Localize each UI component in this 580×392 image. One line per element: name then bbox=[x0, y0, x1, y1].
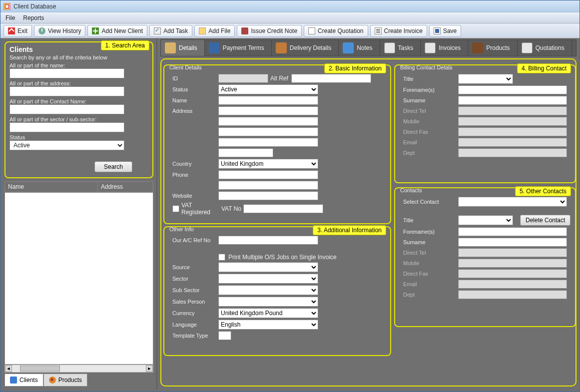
con-surname-input[interactable] bbox=[458, 238, 567, 247]
altref-input[interactable] bbox=[291, 74, 371, 83]
add-client-label: Add New Client bbox=[101, 27, 143, 34]
create-quote-button[interactable]: Create Quotation bbox=[304, 25, 368, 37]
col-name[interactable]: Name bbox=[5, 182, 98, 192]
tab-tasks[interactable]: Tasks bbox=[380, 40, 421, 56]
bill-forenames-input[interactable] bbox=[458, 85, 567, 94]
vat-registered-checkbox[interactable] bbox=[172, 205, 179, 212]
add-file-label: Add File bbox=[208, 27, 230, 34]
subsector-select[interactable] bbox=[218, 285, 318, 295]
search-contact-input[interactable] bbox=[9, 104, 124, 114]
source-select[interactable] bbox=[218, 262, 318, 272]
scroll-left-arrow[interactable]: ◄ bbox=[5, 365, 12, 372]
status-select[interactable]: Active bbox=[218, 84, 318, 94]
menu-bar: File Reports bbox=[0, 12, 580, 23]
tab-clients[interactable]: Clients bbox=[4, 374, 43, 387]
bill-surname-input[interactable] bbox=[458, 96, 567, 105]
tab-delivery-details[interactable]: Delivery Details bbox=[272, 40, 339, 56]
label-print-multi: Print Multiple O/S Jobs on Single Invoic… bbox=[228, 254, 337, 261]
credit-note-icon bbox=[241, 27, 248, 34]
sector-select[interactable] bbox=[218, 274, 318, 284]
website-input[interactable] bbox=[218, 191, 318, 200]
col-address[interactable]: Address bbox=[98, 182, 126, 192]
label-country: Country bbox=[168, 161, 218, 167]
address4-input[interactable] bbox=[218, 138, 318, 147]
save-button[interactable]: Save bbox=[429, 25, 461, 37]
con-forenames-input[interactable] bbox=[458, 227, 567, 236]
client-details-group: Client Details 2. Basic Information ID A… bbox=[163, 64, 391, 224]
callout-search: 1. Search Area bbox=[101, 40, 149, 50]
scroll-right-arrow[interactable]: ► bbox=[146, 365, 153, 372]
tab-delivery-label: Delivery Details bbox=[290, 44, 331, 51]
label-bill-dept: Dept bbox=[399, 150, 449, 156]
label-name: Name bbox=[168, 97, 218, 103]
exit-label: Exit bbox=[17, 27, 27, 34]
results-hscrollbar[interactable]: ◄ ► bbox=[4, 365, 153, 373]
add-task-button[interactable]: Add Task bbox=[149, 25, 192, 37]
vat-no-input[interactable] bbox=[243, 204, 323, 213]
menu-reports[interactable]: Reports bbox=[23, 14, 44, 21]
address1-input[interactable] bbox=[218, 106, 318, 115]
search-sector-input[interactable] bbox=[9, 122, 124, 132]
menu-file[interactable]: File bbox=[5, 14, 15, 21]
phone2-input[interactable] bbox=[218, 181, 318, 190]
scroll-thumb[interactable] bbox=[20, 366, 60, 372]
search-button[interactable]: Search bbox=[94, 161, 132, 172]
our-ac-input[interactable] bbox=[218, 236, 318, 245]
salesperson-select[interactable] bbox=[218, 297, 318, 307]
country-select[interactable]: United Kingdom bbox=[218, 159, 318, 169]
con-title-select[interactable] bbox=[458, 215, 513, 225]
language-select[interactable]: English bbox=[218, 320, 318, 330]
template-type-input[interactable] bbox=[218, 331, 231, 340]
address2-input[interactable] bbox=[218, 117, 318, 126]
print-multi-checkbox[interactable] bbox=[218, 254, 225, 261]
task-icon bbox=[154, 27, 161, 34]
con-tel-input bbox=[458, 248, 567, 257]
name-input[interactable] bbox=[218, 96, 318, 105]
tab-details[interactable]: Details bbox=[161, 40, 205, 56]
clients-icon bbox=[10, 377, 17, 384]
tab-products-bottom[interactable]: Products bbox=[43, 374, 87, 387]
exit-icon bbox=[8, 27, 15, 34]
tab-notes[interactable]: Notes bbox=[339, 40, 380, 56]
search-name-input[interactable] bbox=[9, 68, 124, 78]
issue-credit-button[interactable]: Issue Credit Note bbox=[237, 25, 302, 37]
sidebar: 1. Search Area Clients Search by any or … bbox=[0, 38, 157, 390]
contacts-group: Contacts 5. Other Contacts Select Contac… bbox=[394, 187, 576, 327]
exit-button[interactable]: Exit bbox=[3, 25, 32, 37]
currency-select[interactable]: United Kingdom Pound bbox=[218, 308, 318, 318]
tab-quotations[interactable]: Quotations bbox=[518, 40, 572, 56]
tab-invoices[interactable]: Invoices bbox=[421, 40, 468, 56]
tab-products[interactable]: Products bbox=[468, 40, 517, 56]
create-invoice-button[interactable]: Create Invoice bbox=[370, 25, 427, 37]
select-contact-select[interactable] bbox=[458, 197, 567, 207]
issue-credit-label: Issue Credit Note bbox=[251, 27, 297, 34]
callout-other-contacts: 5. Other Contacts bbox=[515, 186, 571, 196]
quote-icon bbox=[308, 27, 315, 34]
label-our-ac: Our A/C Ref No bbox=[168, 237, 218, 243]
tab-details-label: Details bbox=[179, 44, 197, 51]
view-history-button[interactable]: View History bbox=[34, 25, 85, 37]
add-file-button[interactable]: Add File bbox=[194, 25, 235, 37]
notes-icon bbox=[343, 42, 354, 53]
delete-contact-button[interactable]: Delete Contact bbox=[520, 215, 571, 226]
tab-tasks-label: Tasks bbox=[398, 44, 414, 51]
invoice-icon bbox=[375, 27, 382, 34]
con-email-input bbox=[458, 280, 567, 289]
window-titlebar: Client Database bbox=[0, 0, 580, 12]
address3-input[interactable] bbox=[218, 127, 318, 136]
window-title: Client Database bbox=[13, 3, 56, 10]
details-panel: Client Details 2. Basic Information ID A… bbox=[160, 58, 577, 387]
search-address-input[interactable] bbox=[9, 86, 124, 96]
tab-payment-terms[interactable]: Payment Terms bbox=[205, 40, 272, 56]
tasks-icon bbox=[384, 42, 395, 53]
search-status-select[interactable]: Active bbox=[9, 140, 124, 150]
results-list[interactable] bbox=[4, 192, 153, 365]
bill-title-select[interactable] bbox=[458, 74, 513, 84]
tab-clients-label: Clients bbox=[19, 377, 38, 384]
phone-input[interactable] bbox=[218, 170, 318, 179]
postcode-input[interactable] bbox=[218, 148, 273, 157]
other-info-legend: Other Info bbox=[168, 226, 195, 232]
label-bill-surname: Surname bbox=[399, 97, 449, 103]
add-client-button[interactable]: Add New Client bbox=[87, 25, 147, 37]
label-website: Website bbox=[168, 193, 218, 199]
